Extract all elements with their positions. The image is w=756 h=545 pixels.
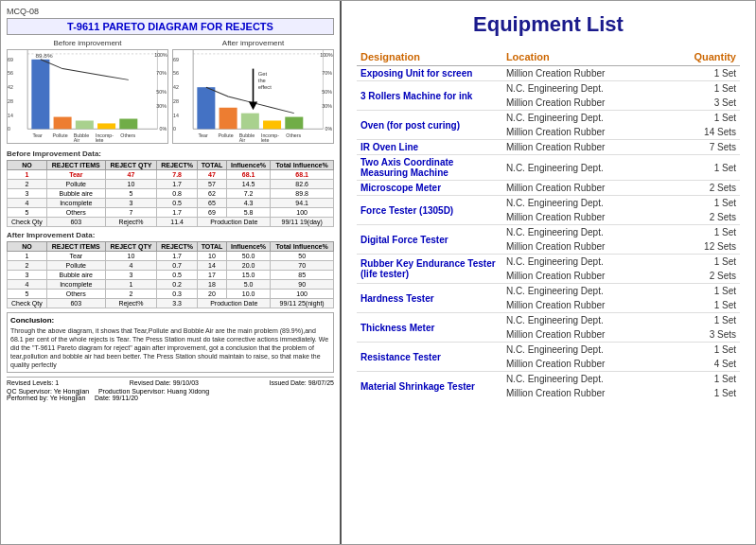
table-cell: Production Date [198,218,271,227]
svg-text:0: 0 [8,126,10,132]
table-cell: 1.7 [157,252,198,261]
table-cell: 68.1 [226,170,271,180]
table-cell: Pollute [46,261,105,271]
svg-text:14: 14 [8,113,13,118]
table-cell: Check Qty [8,299,47,308]
col-reject-items: REJECT ITEMS [46,242,105,252]
table-cell: 18 [198,280,227,290]
before-improvement-title: Before Improvement Data: [7,149,334,158]
table-cell: 99/11 19(day) [271,218,334,227]
svg-text:42: 42 [173,84,179,90]
col-total-influence: Total Influence% [271,161,334,170]
equipment-designation: Oven (for post curing) [357,111,502,140]
before-improvement-section: Before Improvement Data: NO REJECT ITEMS… [7,149,334,227]
list-item: Thickness MeterN.C. Engineering Dept.1 S… [357,313,740,328]
svg-rect-31 [197,87,215,129]
equipment-location: Million Creation Rubber [502,181,663,196]
svg-text:Tear: Tear [32,132,43,138]
equipment-location: Million Creation Rubber [502,357,663,372]
table-cell: 5.8 [226,208,271,218]
col-influence: Influence% [226,161,271,170]
equipment-designation: Exposing Unit for screen [357,66,502,81]
equipment-designation: Material Shrinkage Tester [357,372,502,401]
equipment-location: N.C. Engineering Dept. [502,81,663,97]
list-item: Resistance TesterN.C. Engineering Dept.1… [357,343,740,358]
svg-text:0%: 0% [325,126,333,132]
list-item: Exposing Unit for screenMillion Creation… [357,66,740,81]
table-cell: 5 [8,208,47,218]
table-cell: Incomplete [46,199,105,208]
list-item: Hardness TesterN.C. Engineering Dept.1 S… [357,284,740,299]
col-influence: Influence% [226,242,271,252]
table-cell: Reject% [105,299,156,308]
right-panel: Equipment List Designation Location Quan… [342,1,755,544]
table-cell: 62 [198,189,227,199]
svg-text:Others: Others [286,132,301,138]
equipment-location: N.C. Engineering Dept. [502,225,663,240]
svg-rect-3 [31,60,49,130]
after-chart: Get the effect Tear Pollute Bubble Air I… [172,49,334,144]
table-cell: 47 [198,170,227,180]
equipment-location: Million Creation Rubber [502,140,663,155]
left-panel: MCQ-08 T-9611 PARETO DIAGRAM FOR REJECTS… [1,1,342,544]
table-cell: 65 [198,199,227,208]
svg-text:Pollute: Pollute [219,132,234,138]
equipment-quantity: 1 Set [663,343,740,358]
svg-text:effect: effect [258,84,273,90]
table-cell: 4 [8,199,47,208]
equipment-quantity: 1 Set [663,386,740,400]
revised-date: Revised Date: 99/10/03 [130,379,199,386]
table-cell: 603 [46,218,105,227]
revised-levels: Revised Levels: 1 [7,379,59,386]
col-no: NO [8,161,47,170]
equipment-location: N.C. Engineering Dept. [502,313,663,328]
equipment-table: Designation Location Quantity Exposing U… [357,48,740,400]
svg-rect-6 [97,123,115,129]
svg-text:the: the [258,78,266,83]
equipment-quantity: 4 Set [663,357,740,372]
list-item: Digital Force TesterN.C. Engineering Dep… [357,225,740,240]
equipment-quantity: 1 Set [663,255,740,270]
svg-text:0%: 0% [160,126,167,132]
svg-text:70%: 70% [322,71,332,77]
table-cell: 603 [46,299,105,308]
svg-rect-7 [119,119,137,130]
before-chart-label: Before improvement [7,39,168,47]
table-cell: 85 [271,271,334,280]
table-cell: 10.0 [226,290,271,299]
table-cell: 68.1 [271,170,334,180]
table-cell: 5 [105,189,156,199]
svg-text:30%: 30% [322,103,332,109]
table-cell: 7 [105,208,156,218]
equipment-quantity: 1 Set [663,66,740,81]
svg-rect-4 [54,117,72,130]
equipment-designation: Force Tester (1305D) [357,196,502,225]
equipment-quantity: 1 Set [663,81,740,97]
table-cell: 0.2 [157,280,198,290]
table-cell: 1.7 [157,208,198,218]
svg-text:Get: Get [258,72,268,78]
col-no: NO [8,242,47,252]
svg-text:Others: Others [120,132,135,138]
table-cell: 57 [198,180,227,189]
equipment-designation: IR Oven Line [357,140,502,155]
table-cell: 1.7 [157,180,198,189]
equipment-quantity: 1 Set [663,372,740,387]
equipment-quantity: 1 Set [663,111,740,126]
after-improvement-section: After Improvement Data: NO REJECT ITEMS … [7,231,334,308]
equipment-quantity: 2 Sets [663,181,740,196]
table-cell: 0.7 [157,261,198,271]
svg-rect-34 [263,120,281,129]
svg-text:50%: 50% [322,89,332,95]
conclusion-section: Conclusion: Through the above diagram, i… [7,312,334,373]
list-item: Force Tester (1305D)N.C. Engineering Dep… [357,196,740,211]
table-cell: 14 [198,261,227,271]
table-cell: 0.5 [157,271,198,280]
table-cell: 100 [271,208,334,218]
equipment-designation: Digital Force Tester [357,225,502,255]
table-cell: Bubble aire [46,271,105,280]
svg-text:89.8%: 89.8% [36,52,54,59]
svg-text:42: 42 [8,84,13,90]
equipment-quantity: 3 Set [663,96,740,111]
table-cell: 4.3 [226,199,271,208]
